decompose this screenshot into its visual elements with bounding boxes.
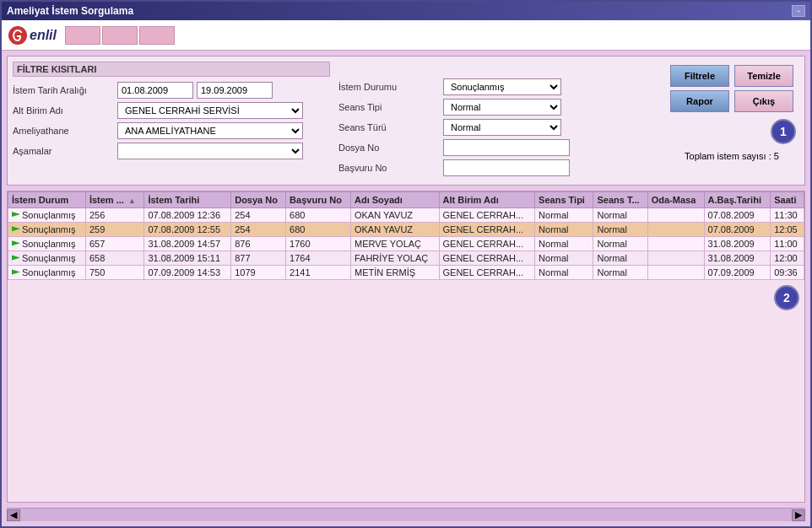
col-saati[interactable]: Saati xyxy=(771,192,804,208)
filtrele-button[interactable]: Filtrele xyxy=(670,65,729,87)
istem-durumu-label: İstem Durumu xyxy=(338,82,440,92)
cell-10: 07.08.2009 xyxy=(704,208,771,223)
cell-0: Sonuçlanmış xyxy=(8,266,86,280)
cell-0: Sonuçlanmış xyxy=(8,237,86,251)
cell-1: 657 xyxy=(85,237,143,251)
seans-turu-row: Seans Türü Normal xyxy=(338,119,656,136)
istem-durumu-select[interactable]: Sonuçlanmış xyxy=(443,78,561,95)
rapor-button[interactable]: Rapor xyxy=(670,90,729,112)
basvuru-no-row: Başvuru No xyxy=(338,159,656,176)
seans-turu-select[interactable]: Normal xyxy=(443,119,561,136)
istem-durumu-row: İstem Durumu Sonuçlanmış xyxy=(338,78,656,95)
cell-11: 12:00 xyxy=(771,251,804,266)
cell-2: 31.08.2009 15:11 xyxy=(144,251,231,266)
cell-4: 1764 xyxy=(286,251,351,266)
ameliyathane-label: Ameliyathane xyxy=(13,126,114,136)
minimize-button[interactable]: − xyxy=(792,5,805,17)
cell-4: 680 xyxy=(286,223,351,237)
cell-6: GENEL CERRAH... xyxy=(439,266,535,280)
badge-1: 1 xyxy=(771,119,796,144)
cell-7: Normal xyxy=(535,266,593,280)
cell-2: 31.08.2009 14:57 xyxy=(144,237,231,251)
col-dosya-no[interactable]: Dosya No xyxy=(231,192,286,208)
cikis-button[interactable]: Çıkış xyxy=(734,90,793,112)
table-body: Sonuçlanmış25607.08.2009 12:36254680OKAN… xyxy=(8,208,804,280)
logo-bar: enlil xyxy=(2,20,810,51)
cell-1: 750 xyxy=(85,266,143,280)
logo-tab-2[interactable] xyxy=(102,26,138,45)
seans-tipi-select[interactable]: Normal xyxy=(443,99,561,116)
cell-3: 254 xyxy=(231,223,286,237)
cell-3: 254 xyxy=(231,208,286,223)
col-oda-masa[interactable]: Oda-Masa xyxy=(647,192,704,208)
horizontal-scrollbar[interactable]: ◀ ▶ xyxy=(7,508,805,521)
date-to-input[interactable] xyxy=(197,82,273,99)
dosya-no-row: Dosya No xyxy=(338,139,656,156)
filter-left: FİLTRE KISITLARI İstem Tarih Aralığı Alt… xyxy=(13,62,330,180)
ameliyathane-row: Ameliyathane ANA AMELİYATHANE xyxy=(13,122,330,139)
table-row[interactable]: Sonuçlanmış75007.09.2009 14:5310792141ME… xyxy=(8,266,804,280)
cell-2: 07.08.2009 12:55 xyxy=(144,223,231,237)
cell-4: 2141 xyxy=(286,266,351,280)
table-row[interactable]: Sonuçlanmış25607.08.2009 12:36254680OKAN… xyxy=(8,208,804,223)
table-row[interactable]: Sonuçlanmış25907.08.2009 12:55254680OKAN… xyxy=(8,223,804,237)
tarih-row: İstem Tarih Aralığı xyxy=(13,82,330,99)
cell-8: Normal xyxy=(593,266,647,280)
cell-10: 31.08.2009 xyxy=(704,251,771,266)
scroll-left-btn[interactable]: ◀ xyxy=(7,509,20,521)
cell-7: Normal xyxy=(535,223,593,237)
logo-text: enlil xyxy=(30,28,57,43)
table-row[interactable]: Sonuçlanmış65731.08.2009 14:578761760MER… xyxy=(8,237,804,251)
dosya-no-input[interactable] xyxy=(443,139,570,156)
cell-6: GENEL CERRAH... xyxy=(439,223,535,237)
logo-tab-3[interactable] xyxy=(139,26,175,45)
badge-2: 2 xyxy=(774,285,799,310)
cell-9 xyxy=(647,208,704,223)
seans-turu-label: Seans Türü xyxy=(338,122,440,132)
basvuru-no-input[interactable] xyxy=(443,159,570,176)
alt-birim-select[interactable]: GENEL CERRAHİ SERVİSİ xyxy=(117,102,303,119)
cell-3: 1079 xyxy=(231,266,286,280)
cell-1: 658 xyxy=(85,251,143,266)
ameliyathane-select[interactable]: ANA AMELİYATHANE xyxy=(117,122,303,139)
col-istem-durum[interactable]: İstem Durum xyxy=(8,192,86,208)
asamalar-select[interactable] xyxy=(117,143,303,159)
col-seans-turu[interactable]: Seans T... xyxy=(593,192,647,208)
cell-11: 12:05 xyxy=(771,223,804,237)
col-basvuru-no[interactable]: Başvuru No xyxy=(286,192,351,208)
cell-8: Normal xyxy=(593,223,647,237)
col-adi-soyadi[interactable]: Adı Soyadı xyxy=(350,192,439,208)
cell-5: FAHRİYE YOLAÇ xyxy=(350,251,439,266)
col-seans-tipi[interactable]: Seans Tipi xyxy=(535,192,593,208)
cell-6: GENEL CERRAH... xyxy=(439,251,535,266)
cell-11: 09:36 xyxy=(771,266,804,280)
scroll-right-btn[interactable]: ▶ xyxy=(792,509,805,521)
cell-5: OKAN YAVUZ xyxy=(350,208,439,223)
cell-9 xyxy=(647,223,704,237)
col-istem-tarihi[interactable]: İstem Tarihi xyxy=(144,192,231,208)
filter-section: FİLTRE KISITLARI İstem Tarih Aralığı Alt… xyxy=(7,56,805,186)
col-a-bas-tarihi[interactable]: A.Baş.Tarihi xyxy=(704,192,771,208)
cell-3: 876 xyxy=(231,237,286,251)
col-istem-no[interactable]: İstem ... ▲ xyxy=(85,192,143,208)
col-alt-birim[interactable]: Alt Birim Adı xyxy=(439,192,535,208)
temizle-button[interactable]: Temizle xyxy=(734,65,793,87)
logo-tabs xyxy=(65,26,175,45)
flag-icon xyxy=(12,240,20,249)
table-row[interactable]: Sonuçlanmış65831.08.2009 15:118771764FAH… xyxy=(8,251,804,266)
cell-5: MERVE YOLAÇ xyxy=(350,237,439,251)
logo-tab-1[interactable] xyxy=(65,26,100,45)
dosya-no-label: Dosya No xyxy=(338,143,440,153)
cell-10: 07.09.2009 xyxy=(704,266,771,280)
date-from-input[interactable] xyxy=(117,82,193,99)
cell-9 xyxy=(647,251,704,266)
main-content: FİLTRE KISITLARI İstem Tarih Aralığı Alt… xyxy=(2,51,810,526)
cell-2: 07.08.2009 12:36 xyxy=(144,208,231,223)
results-table-container[interactable]: İstem Durum İstem ... ▲ İstem Tarihi Dos… xyxy=(7,191,805,503)
cell-9 xyxy=(647,237,704,251)
cell-8: Normal xyxy=(593,208,647,223)
seans-tipi-row: Seans Tipi Normal xyxy=(338,99,656,116)
cell-7: Normal xyxy=(535,251,593,266)
flag-icon xyxy=(12,269,20,277)
cell-11: 11:00 xyxy=(771,237,804,251)
